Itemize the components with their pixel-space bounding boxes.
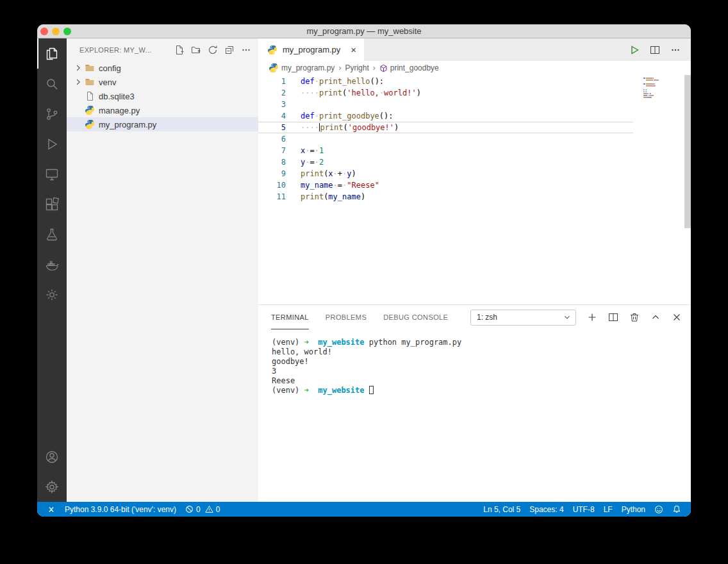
line-number: 8	[258, 156, 286, 168]
tree-item-manage.py[interactable]: manage.py	[67, 103, 258, 117]
problems-indicator[interactable]: 0 0	[181, 502, 224, 517]
cursor-position[interactable]: Ln 5, Col 5	[479, 502, 525, 517]
line-content: print(x·+·y)	[301, 168, 356, 179]
code-line-3[interactable]: 3	[258, 99, 633, 110]
chevron-right-icon	[73, 63, 83, 73]
tree-item-venv[interactable]: venv	[67, 75, 258, 89]
split-terminal-button[interactable]	[608, 312, 618, 322]
new-file-button[interactable]	[174, 44, 185, 56]
plus-button[interactable]	[587, 312, 597, 322]
refresh-button[interactable]	[207, 44, 219, 56]
code-line-1[interactable]: 1def·print_hello():	[258, 76, 633, 87]
activity-search[interactable]	[37, 69, 67, 99]
titlebar[interactable]: my_program.py — my_website	[37, 24, 691, 38]
activity-extensions[interactable]	[37, 189, 67, 219]
code-line-11[interactable]: 11print(my_name)	[258, 191, 633, 203]
python-interpreter[interactable]: Python 3.9.0 64-bit ('venv': venv)	[60, 502, 181, 517]
code-line-8[interactable]: 8y·=·2	[258, 156, 633, 168]
minimize-window-button[interactable]	[52, 28, 60, 35]
code-line-9[interactable]: 9print(x·+·y)	[258, 168, 633, 179]
split-editor-button[interactable]	[650, 45, 660, 55]
source-control-icon	[44, 106, 60, 122]
trash-button[interactable]	[629, 312, 640, 322]
close-button[interactable]	[672, 312, 682, 322]
minimap-line	[643, 97, 682, 98]
notifications[interactable]	[668, 502, 686, 517]
breadcrumb-file[interactable]: my_program.py	[269, 63, 335, 73]
line-content: ····print('hello,·world!')	[301, 87, 421, 99]
terminal-shell-select[interactable]: 1: zsh	[470, 310, 576, 326]
close-icon	[672, 312, 682, 322]
editor-scrollbar[interactable]	[684, 75, 691, 228]
panel-tab-problems[interactable]: PROBLEMS	[326, 305, 367, 329]
code-line-10[interactable]: 10my_name·=·"Reese"	[258, 179, 633, 191]
terminal-line: (venv) ➜ my_website	[272, 386, 691, 395]
collapse-all-button[interactable]	[224, 44, 235, 56]
file-icon	[85, 91, 95, 101]
indentation[interactable]: Spaces: 4	[525, 502, 568, 517]
tree-item-config[interactable]: config	[67, 61, 258, 75]
more-actions-icon	[670, 45, 681, 55]
close-window-button[interactable]	[40, 28, 48, 35]
line-number: 10	[258, 179, 286, 191]
breadcrumb-symbol[interactable]: print_goodbye	[379, 63, 439, 72]
code-line-5[interactable]: 5····print('goodbye!')	[258, 122, 633, 133]
vscode-window: my_program.py — my_website EXPLORER: MY_…	[37, 24, 691, 517]
chevron-up-icon	[650, 312, 661, 322]
tab-my-program[interactable]: my_program.py ×	[258, 38, 364, 61]
remote-indicator[interactable]	[42, 502, 60, 517]
terminal-line: 3	[272, 367, 691, 376]
activity-settings[interactable]	[37, 472, 67, 502]
panel-tab-terminal[interactable]: TERMINAL	[271, 305, 309, 329]
more-button[interactable]	[240, 44, 252, 56]
search-icon	[44, 76, 60, 92]
activity-docker[interactable]	[37, 249, 67, 279]
feedback[interactable]	[650, 502, 668, 517]
run-button[interactable]	[629, 45, 640, 55]
terminal-panel: TERMINAL PROBLEMS DEBUG CONSOLE 1: zsh (…	[258, 304, 691, 502]
tree-item-db.sqlite3[interactable]: db.sqlite3	[67, 89, 258, 103]
code-editor[interactable]: 1def·print_hello():2····print('hello,·wo…	[258, 75, 691, 304]
folder-icon	[85, 77, 95, 87]
breadcrumb-container[interactable]: Pyright	[345, 63, 368, 72]
breadcrumb-separator: ›	[338, 63, 341, 72]
chevron-up-button[interactable]	[650, 312, 661, 322]
activity-account[interactable]	[37, 442, 67, 472]
more-actions-button[interactable]	[670, 45, 681, 55]
language-mode[interactable]: Python	[617, 502, 650, 517]
activity-remote-explorer[interactable]	[37, 159, 67, 189]
split-editor-icon	[650, 45, 660, 55]
activity-gear-plugin[interactable]	[37, 279, 67, 310]
tree-item-my_program.py[interactable]: my_program.py	[67, 117, 258, 131]
chevron-right-icon	[73, 77, 83, 87]
minimap-line	[643, 89, 682, 90]
activity-testing[interactable]	[37, 219, 67, 249]
explorer-sidebar: EXPLORER: MY_W... configvenvdb.sqlite3ma…	[67, 38, 258, 502]
refresh-icon	[208, 45, 218, 55]
activity-explorer[interactable]	[37, 38, 67, 69]
encoding[interactable]: UTF-8	[568, 502, 599, 517]
activity-run-debug[interactable]	[37, 129, 67, 159]
explorer-header: EXPLORER: MY_W...	[67, 38, 258, 61]
line-number: 9	[258, 168, 286, 179]
panel-tab-debug-console[interactable]: DEBUG CONSOLE	[383, 305, 448, 329]
tree-item-label: manage.py	[99, 106, 140, 115]
trash-icon	[629, 312, 640, 322]
minimap[interactable]	[643, 78, 682, 99]
minimap-line	[643, 85, 682, 87]
code-line-2[interactable]: 2····print('hello,·world!')	[258, 87, 633, 99]
close-tab-icon[interactable]: ×	[351, 45, 356, 54]
activity-source-control[interactable]	[37, 99, 67, 129]
account-icon	[44, 449, 60, 465]
zoom-window-button[interactable]	[63, 28, 71, 35]
minimap-line	[643, 93, 682, 94]
minimap-line	[643, 83, 682, 85]
run-icon	[629, 45, 640, 55]
terminal-content[interactable]: (venv) ➜ my_website python my_program.py…	[258, 329, 691, 502]
code-line-4[interactable]: 4def·print_goodbye():	[258, 110, 633, 122]
code-line-7[interactable]: 7x·=·1	[258, 145, 633, 156]
new-folder-button[interactable]	[190, 44, 202, 56]
eol[interactable]: LF	[599, 502, 617, 517]
code-line-6[interactable]: 6	[258, 133, 633, 145]
line-number: 4	[258, 110, 286, 122]
